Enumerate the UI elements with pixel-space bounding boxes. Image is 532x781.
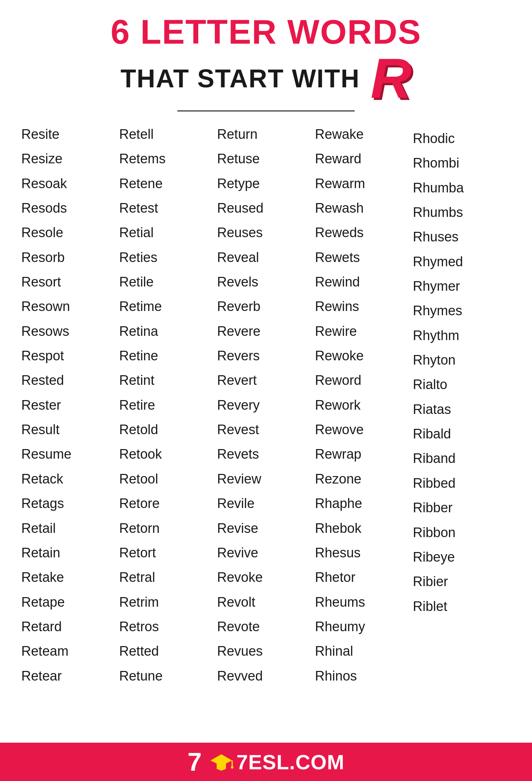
list-item: Review <box>217 467 315 491</box>
list-item: Revery <box>217 393 315 417</box>
list-item: Rewire <box>315 319 413 344</box>
list-item: Rhumbs <box>413 200 511 225</box>
column-5: RhodicRhombiRhumbaRhumbsRhusesRhymedRhym… <box>413 122 511 688</box>
list-item: Retack <box>21 467 119 491</box>
list-item: Ribbed <box>413 471 511 496</box>
list-item: Revive <box>217 541 315 565</box>
list-item: Retype <box>217 171 315 196</box>
list-item: Reties <box>119 245 217 270</box>
list-item: Rewake <box>315 122 413 147</box>
list-item: Rhymed <box>413 250 511 274</box>
list-item: Rester <box>21 393 119 417</box>
list-item: Retorn <box>119 516 217 541</box>
list-item: Retuse <box>217 147 315 171</box>
list-item: Retene <box>119 171 217 196</box>
list-item: Retted <box>119 639 217 663</box>
list-item: Rhesus <box>315 541 413 565</box>
list-item: Rewove <box>315 417 413 442</box>
list-item: Revved <box>217 664 315 688</box>
list-item: Reweds <box>315 220 413 245</box>
list-item: Riband <box>413 446 511 471</box>
svg-marker-0 <box>210 754 232 765</box>
list-item: Reteam <box>21 639 119 663</box>
list-item: Rhebok <box>315 516 413 541</box>
list-item: Retial <box>119 220 217 245</box>
footer-brand: 7ESL.COM <box>237 750 345 774</box>
list-item: Reused <box>217 196 315 220</box>
list-item: Rhumba <box>413 176 511 200</box>
list-item: Reward <box>315 147 413 171</box>
list-item: Retard <box>21 615 119 639</box>
list-item: Ribber <box>413 496 511 520</box>
column-4: RewakeRewardRewarmRewashRewedsRewetsRewi… <box>315 122 413 688</box>
list-item: Rhaphe <box>315 491 413 516</box>
list-item: Revest <box>217 417 315 442</box>
list-item: Riblet <box>413 594 511 619</box>
list-item: Rested <box>21 368 119 393</box>
list-item: Retell <box>119 122 217 147</box>
list-item: Retros <box>119 615 217 639</box>
list-item: Retrim <box>119 590 217 615</box>
list-item: Rialto <box>413 372 511 397</box>
list-item: Retake <box>21 565 119 590</box>
list-item: Resods <box>21 196 119 220</box>
list-item: Revers <box>217 344 315 368</box>
list-item: Respot <box>21 344 119 368</box>
list-item: Reuses <box>217 220 315 245</box>
list-item: Rewind <box>315 270 413 294</box>
list-item: Ribbon <box>413 520 511 545</box>
list-item: Ribeye <box>413 545 511 569</box>
words-section: ResiteResizeResoakResodsResoleResorbReso… <box>21 122 511 688</box>
list-item: Rheumy <box>315 615 413 639</box>
list-item: Resole <box>21 220 119 245</box>
footer-seven: 7 <box>188 749 202 775</box>
list-item: Retape <box>21 590 119 615</box>
list-item: Resort <box>21 270 119 294</box>
column-3: ReturnRetuseRetypeReusedReusesRevealReve… <box>217 122 315 688</box>
list-item: Rewarm <box>315 171 413 196</box>
title-line1: 6 LETTER WORDS <box>21 14 511 50</box>
list-item: Retina <box>119 319 217 344</box>
column-1: ResiteResizeResoakResodsResoleResorbReso… <box>21 122 119 688</box>
list-item: Retore <box>119 491 217 516</box>
list-item: Rezone <box>315 467 413 491</box>
list-item: Retime <box>119 294 217 319</box>
list-item: Revert <box>217 368 315 393</box>
footer-brand-text: 7ESL.COM <box>237 750 345 774</box>
list-item: Rhinos <box>315 664 413 688</box>
list-item: Retune <box>119 664 217 688</box>
list-item: Retint <box>119 368 217 393</box>
list-item: Rewets <box>315 245 413 270</box>
list-item: Rewash <box>315 196 413 220</box>
list-item: Rhombi <box>413 151 511 175</box>
column-2: RetellRetemsReteneRetestRetialRetiesReti… <box>119 122 217 688</box>
list-item: Rhythm <box>413 323 511 348</box>
list-item: Resown <box>21 294 119 319</box>
list-item: Return <box>217 122 315 147</box>
list-item: Resize <box>21 147 119 171</box>
list-item: Riatas <box>413 397 511 422</box>
list-item: Revets <box>217 442 315 466</box>
list-item: Rework <box>315 393 413 417</box>
list-item: Rewins <box>315 294 413 319</box>
big-r-letter: R <box>371 50 412 107</box>
list-item: Retold <box>119 417 217 442</box>
list-item: Rhuses <box>413 225 511 249</box>
list-item: Retail <box>21 516 119 541</box>
list-item: Rhodic <box>413 126 511 151</box>
list-item: Revere <box>217 319 315 344</box>
list-item: Retain <box>21 541 119 565</box>
list-item: Ribald <box>413 422 511 446</box>
list-item: Retest <box>119 196 217 220</box>
list-item: Retags <box>21 491 119 516</box>
list-item: Reveal <box>217 245 315 270</box>
list-item: Revels <box>217 270 315 294</box>
list-item: Revile <box>217 491 315 516</box>
list-item: Resorb <box>21 245 119 270</box>
list-item: Revote <box>217 615 315 639</box>
list-item: Retine <box>119 344 217 368</box>
list-item: Rhyton <box>413 348 511 372</box>
list-item: Retook <box>119 442 217 466</box>
list-item: Rhetor <box>315 565 413 590</box>
list-item: Resows <box>21 319 119 344</box>
